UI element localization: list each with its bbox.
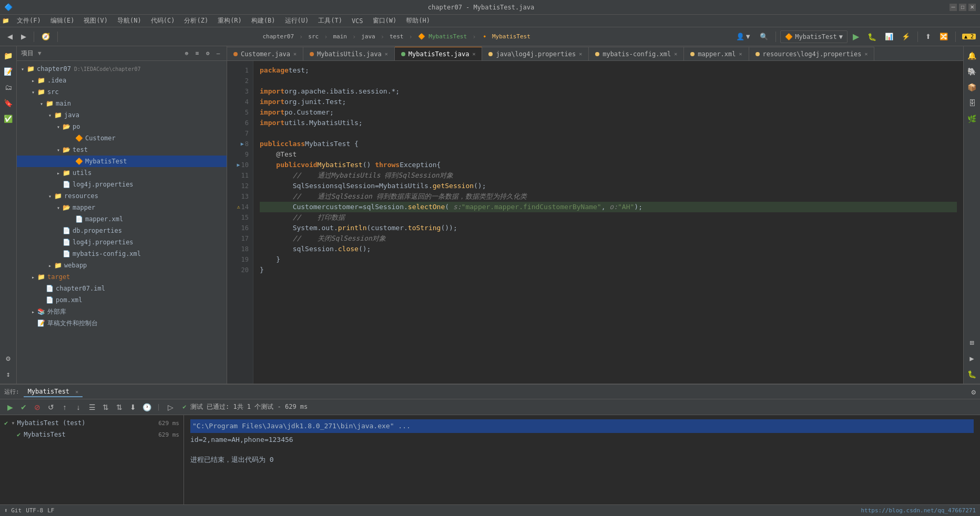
tree-node-chapter07[interactable]: ▾ 📁 chapter07 D:\IEDACode\chapter07 [17,63,227,75]
nav-chapter07[interactable]: chapter07 [262,33,294,40]
menu-vcs[interactable]: VCS [348,16,368,26]
tree-node-external-libs[interactable]: ▸ 📚 外部库 [17,306,227,317]
settings-icon[interactable]: ⚙ [1,351,16,366]
tree-node-target[interactable]: ▸ 📁 target [17,271,227,283]
tree-node-log4j2[interactable]: ▸ 📄 log4j.properties [17,236,227,248]
tree-node-customer[interactable]: ▸ 🔶 Customer [17,132,227,144]
menu-code[interactable]: 代码(C) [147,15,179,26]
sort-desc-button[interactable]: ⇅ [114,401,125,413]
tree-node-mapper[interactable]: ▾ 📂 mapper [17,202,227,213]
tab-close-mybatistest[interactable]: ✕ [472,51,475,57]
tree-node-scratch[interactable]: ▸ 📝 草稿文件和控制台 [17,317,227,329]
menu-refactor[interactable]: 重构(R) [213,15,246,26]
tab-close-customer[interactable]: ✕ [293,51,297,57]
menu-build[interactable]: 构建(B) [247,15,280,26]
tab-close-mybatisutils[interactable]: ✕ [385,51,388,57]
notifications-icon[interactable]: 🔔 [965,48,979,63]
run-stop-button[interactable]: ⊘ [32,401,43,413]
close-button[interactable]: ✕ [968,4,976,11]
structure-icon[interactable]: 🗂 [1,80,16,95]
gradle-icon[interactable]: 🐘 [965,64,979,79]
database-icon[interactable]: 🗄 [965,96,979,110]
tab-mybatistest[interactable]: MybatisTest.java ✕ [395,47,483,60]
tree-node-main[interactable]: ▾ 📁 main [17,98,227,109]
clock-button[interactable]: 🕐 [141,401,152,413]
code-content[interactable]: package test; import org.apache.ibatis.s… [253,61,963,384]
test-item-method[interactable]: ✔ MybatisTest 629 ms [0,429,183,440]
profile-button[interactable]: 👤▼ [733,29,754,44]
debug-button[interactable]: 🐛 [864,29,880,44]
tab-mapper-xml[interactable]: mapper.xml ✕ [684,47,749,60]
menu-help[interactable]: 帮助(H) [402,15,434,26]
sidebar-collapse-button[interactable]: ≡ [193,49,201,58]
tab-mybatisutils[interactable]: MybatisUtils.java ✕ [303,47,395,60]
tab-customer-java[interactable]: Customer.java ✕ [227,47,303,60]
run-filter-button[interactable]: ☰ [86,401,98,413]
run-button[interactable]: ▶ [850,29,862,44]
menu-view[interactable]: 视图(V) [79,15,112,26]
tree-node-po[interactable]: ▾ 📂 po [17,121,227,132]
sort-button[interactable]: ⇅ [100,401,111,413]
menu-nav[interactable]: 导航(N) [113,15,146,26]
nav-main[interactable]: main [333,33,347,40]
tree-node-resources[interactable]: ▾ 📁 resources [17,190,227,202]
run-down-button[interactable]: ↓ [73,401,84,413]
project-icon[interactable]: 📁 [1,48,16,63]
run-icon-right[interactable]: ▶ [965,351,979,366]
terminal-icon[interactable]: ⊞ [965,335,979,350]
menu-file[interactable]: 文件(F) [13,15,45,26]
commit-icon[interactable]: 📝 [1,64,16,79]
toolbar-navigate-button[interactable]: 🧭 [38,29,53,44]
git-button[interactable]: 🔀 [936,29,951,44]
profile-run-button[interactable]: ⚡ [899,29,913,44]
tree-node-db-properties[interactable]: ▸ 📄 db.properties [17,225,227,236]
status-blog-link[interactable]: https://blog.csdn.net/qq_47667271 [861,507,976,514]
search-button[interactable]: 🔍 [757,29,771,44]
todo-icon[interactable]: ✅ [1,111,16,126]
menu-edit[interactable]: 编辑(E) [46,15,79,26]
tab-log4j-java[interactable]: java\log4j.properties ✕ [482,47,589,60]
toolbar-forward-button[interactable]: ▶ [18,29,29,44]
nav-test[interactable]: test [390,33,404,40]
bookmarks-icon[interactable]: 🔖 [1,96,16,110]
minimize-button[interactable]: ─ [950,4,957,11]
tree-node-webapp[interactable]: ▸ 📁 webapp [17,260,227,271]
bottom-tab-close[interactable]: ✕ [75,389,78,395]
run-gutter-8[interactable]: ▶ [241,139,244,149]
tree-node-test[interactable]: ▾ 📂 test [17,144,227,156]
tree-node-mybatis-config[interactable]: ▸ 📄 mybatis-config.xml [17,248,227,260]
nav-src[interactable]: src [308,33,319,40]
spring-icon[interactable]: 🌿 [965,111,979,126]
expand-icon[interactable]: ↕ [1,367,16,381]
tree-node-utils[interactable]: ▸ 📁 utils [17,167,227,179]
run-up-button[interactable]: ↑ [59,401,70,413]
run-play-button[interactable]: ▶ [4,401,16,413]
tab-close-mybatis-config[interactable]: ✕ [674,51,677,57]
tab-mybatis-config[interactable]: mybatis-config.xml ✕ [589,47,684,60]
menu-analyze[interactable]: 分析(Z) [180,15,212,26]
nav-mybatistest-method[interactable]: 🔸 MybatisTest [481,33,530,40]
sidebar-minimize-button[interactable]: — [214,49,222,58]
tree-node-log4j1[interactable]: ▸ 📄 log4j.properties [17,179,227,190]
run-next-button[interactable]: ▷ [165,401,176,413]
run-config-selector[interactable]: 🔶 MybatisTest ▼ [780,30,848,43]
vcs-button[interactable]: ⬆ [922,29,934,44]
run-gutter-10[interactable]: ▶ [237,160,240,170]
tree-node-mybatistest[interactable]: ▸ 🔶 MybatisTest [17,156,227,167]
menu-window[interactable]: 窗口(W) [369,15,401,26]
tree-node-mapper-xml[interactable]: ▸ 📄 mapper.xml [17,213,227,225]
run-check-button[interactable]: ✔ [18,401,29,413]
bottom-tab-mybatistest[interactable]: MybatisTest ✕ [24,387,83,397]
import-button[interactable]: ⬇ [127,401,139,413]
tree-node-chapter07iml[interactable]: ▸ 📄 chapter07.iml [17,283,227,294]
tree-node-java[interactable]: ▾ 📁 java [17,109,227,121]
tab-close-mapper-xml[interactable]: ✕ [739,51,742,57]
rerun-button[interactable]: ↺ [45,401,57,413]
bottom-settings-icon[interactable]: ⚙ [972,388,976,396]
toolbar-back-button[interactable]: ◀ [4,29,16,44]
tab-close-resources-log4j[interactable]: ✕ [864,51,867,57]
tree-node-idea[interactable]: ▸ 📁 .idea [17,75,227,86]
code-editor[interactable]: 1 2 3 4 5 6 7 ▶8 9 ▶10 11 12 13 ⚠14 [227,61,963,384]
sidebar-locate-button[interactable]: ⊕ [182,49,191,58]
tab-resources-log4j[interactable]: resources\log4j.properties ✕ [749,47,875,60]
